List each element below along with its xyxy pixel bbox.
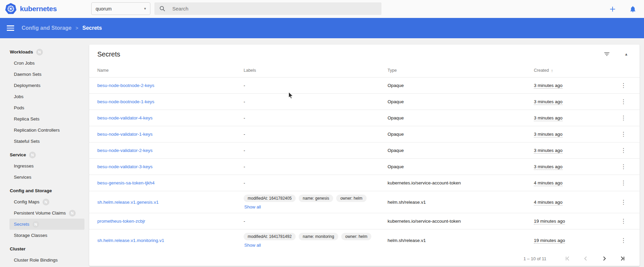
labels-cell: modifiedAt: 1641781492name: monitoringow…	[244, 229, 388, 251]
secret-name-link[interactable]: besu-genesis-sa-token-tjkh4	[97, 180, 155, 185]
sidebar-item-config-maps[interactable]: Config Maps N	[0, 196, 89, 207]
first-page-button[interactable]	[563, 254, 572, 263]
sidebar-section-config-and-storage[interactable]: Config and Storage	[0, 185, 89, 196]
sidebar-item-cluster-role-bindings[interactable]: Cluster Role Bindings	[0, 254, 89, 266]
secret-name-link[interactable]: prometheus-token-zcbjr	[97, 219, 145, 224]
row-actions-menu-button[interactable]: ⋮	[618, 129, 629, 139]
sidebar-section-cluster[interactable]: Cluster	[0, 243, 89, 254]
row-actions-menu-button[interactable]: ⋮	[618, 178, 629, 188]
sidebar-item-stateful-sets[interactable]: Stateful Sets	[0, 136, 89, 147]
sidebar-item-cron-jobs[interactable]: Cron Jobs	[0, 58, 89, 69]
kebab-icon: ⋮	[621, 199, 626, 205]
sidebar-section-label: Service	[10, 152, 26, 157]
next-page-button[interactable]	[600, 254, 609, 263]
chevron-left-icon	[582, 255, 590, 262]
secret-name-link[interactable]: besu-node-bootnode-1-keys	[97, 99, 154, 104]
last-page-button[interactable]	[618, 254, 627, 263]
chevron-right-icon	[600, 255, 608, 262]
secret-name-link[interactable]: besu-node-bootnode-2-keys	[97, 83, 154, 88]
sidebar-section-label: Cluster	[10, 246, 26, 251]
row-actions-menu-button[interactable]: ⋮	[618, 197, 629, 207]
created-timestamp: 3 minutes ago	[534, 99, 563, 105]
created-timestamp: 3 minutes ago	[534, 148, 563, 154]
column-header-labels[interactable]: Labels	[244, 68, 388, 73]
show-all-link[interactable]: Show all	[244, 204, 261, 209]
secret-name-link[interactable]: sh.helm.release.v1.monitoring.v1	[97, 238, 164, 243]
labels-cell: -	[244, 83, 388, 88]
secret-name-link[interactable]: besu-node-validator-3-keys	[97, 164, 153, 169]
namespaced-badge: N	[43, 199, 49, 205]
page-title: Secrets	[97, 50, 120, 58]
column-header-type[interactable]: Type	[388, 68, 534, 73]
sidebar-item-persistent-volume-claims[interactable]: Persistent Volume Claims N	[0, 207, 89, 219]
labels-empty-value: -	[244, 180, 245, 185]
secret-name-link[interactable]: besu-node-validator-4-keys	[97, 115, 153, 120]
secret-name-link[interactable]: sh.helm.release.v1.genesis.v1	[97, 200, 159, 205]
previous-page-button[interactable]	[581, 254, 590, 263]
type-cell: kubernetes.io/service-account-token	[388, 180, 534, 185]
table-row: prometheus-token-zcbjr - kubernetes.io/s…	[89, 213, 640, 229]
row-actions-menu-button[interactable]: ⋮	[618, 146, 629, 155]
sidebar-section-items: Cluster Role Bindings	[0, 254, 89, 266]
sidebar-item-label: Stateful Sets	[14, 139, 40, 144]
sidebar-item-replication-controllers[interactable]: Replication Controllers	[0, 125, 89, 136]
sidebar-section: Config and Storage Config Maps N Persist…	[0, 185, 89, 241]
row-actions-menu-button[interactable]: ⋮	[618, 97, 629, 107]
created-timestamp: 4 minutes ago	[534, 200, 563, 205]
row-actions-menu-button[interactable]: ⋮	[618, 236, 629, 245]
labels-cell: modifiedAt: 1641782405name: genesisowner…	[244, 191, 388, 213]
sidebar-item-storage-classes[interactable]: Storage Classes	[0, 230, 89, 241]
sidebar-item-replica-sets[interactable]: Replica Sets	[0, 113, 89, 125]
labels-empty-value: -	[244, 83, 245, 88]
sidebar-item-daemon-sets[interactable]: Daemon Sets	[0, 69, 89, 80]
breadcrumb-current: Secrets	[82, 25, 102, 31]
namespace-selector[interactable]: quorum ▾	[91, 2, 150, 15]
secret-name-link[interactable]: besu-node-validator-2-keys	[97, 148, 153, 153]
row-actions-menu-button[interactable]: ⋮	[618, 162, 629, 172]
labels-empty-value: -	[244, 164, 245, 169]
label-chip: owner: helm	[341, 233, 371, 240]
table-row: besu-node-validator-3-keys - Opaque 3 mi…	[89, 158, 640, 175]
created-timestamp: 3 minutes ago	[534, 83, 563, 89]
first-page-icon	[564, 255, 571, 262]
show-all-link[interactable]: Show all	[244, 243, 261, 248]
sidebar-item-jobs[interactable]: Jobs	[0, 91, 89, 102]
sidebar-section: Workloads N Cron Jobs Daemon Sets Deploy…	[0, 46, 89, 147]
sidebar-section-label: Workloads	[10, 49, 33, 54]
sidebar-section-service[interactable]: Service N	[0, 149, 89, 160]
row-actions-menu-button[interactable]: ⋮	[618, 81, 629, 90]
create-resource-button[interactable]	[608, 4, 618, 14]
kebab-icon: ⋮	[621, 147, 626, 154]
breadcrumb-parent-link[interactable]: Config and Storage	[22, 25, 72, 31]
kubernetes-logo-icon	[5, 3, 17, 15]
search-bar[interactable]	[154, 2, 381, 15]
sidebar-item-ingresses[interactable]: Ingresses	[0, 160, 89, 172]
sidebar-item-label: Pods	[14, 105, 24, 110]
search-input[interactable]	[172, 5, 361, 12]
collapse-card-button[interactable]: ▲	[623, 51, 629, 58]
notifications-button[interactable]	[628, 4, 638, 14]
plus-icon	[609, 5, 616, 13]
search-icon	[159, 5, 166, 12]
kebab-icon: ⋮	[621, 237, 626, 244]
sidebar-section-workloads[interactable]: Workloads N	[0, 46, 89, 58]
sidebar-item-services[interactable]: Services	[0, 172, 89, 183]
row-actions-menu-button[interactable]: ⋮	[618, 216, 629, 226]
labels-cell: -	[244, 99, 388, 104]
secret-name-link[interactable]: besu-node-validator-1-keys	[97, 132, 153, 137]
kubernetes-logo[interactable]: kubernetes	[5, 3, 57, 15]
sidebar-item-label: Replication Controllers	[14, 128, 60, 133]
column-header-created[interactable]: Created ↑	[534, 68, 615, 73]
row-actions-menu-button[interactable]: ⋮	[618, 113, 629, 123]
created-timestamp: 3 minutes ago	[534, 132, 563, 137]
menu-button[interactable]	[7, 25, 14, 31]
column-header-name[interactable]: Name	[97, 68, 244, 73]
sidebar-item-secrets[interactable]: Secrets N	[9, 219, 84, 230]
table-row: besu-node-validator-2-keys - Opaque 3 mi…	[89, 142, 640, 158]
filter-button[interactable]	[602, 49, 612, 59]
table-header-row: Name Labels Type Created ↑	[89, 64, 640, 77]
sidebar-item-deployments[interactable]: Deployments	[0, 80, 89, 91]
table-body: besu-node-bootnode-2-keys - Opaque 3 min…	[89, 77, 640, 251]
created-timestamp: 19 minutes ago	[534, 219, 565, 224]
sidebar-item-pods[interactable]: Pods	[0, 102, 89, 113]
